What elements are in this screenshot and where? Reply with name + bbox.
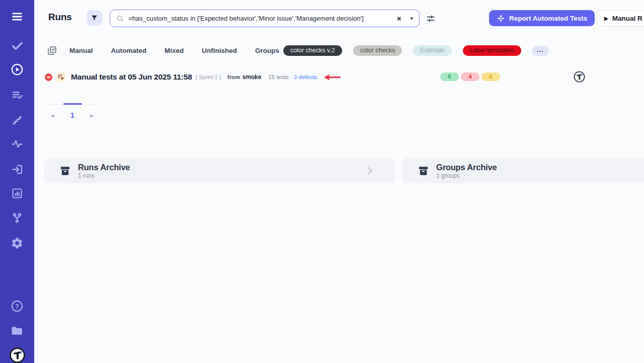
automation-sparkle-icon (497, 14, 505, 23)
passed-count-badge: 5 (440, 72, 459, 81)
run-status-badges: 5 4 6 (440, 72, 500, 81)
run-owner-avatar (574, 71, 585, 83)
manual-run-label: Manual R (612, 15, 642, 22)
clear-search-icon[interactable]: × (397, 15, 401, 22)
tab-mixed[interactable]: Mixed (165, 47, 184, 54)
run-sprint-label: [ Sprint 1 ] (196, 74, 221, 80)
misspelled-word: behavior (229, 15, 255, 22)
tab-unfinished[interactable]: Unfinished (202, 47, 237, 54)
import-icon[interactable] (0, 163, 34, 176)
stopped-status-icon (44, 73, 53, 82)
funnel-icon (91, 14, 98, 22)
search-icon (116, 15, 124, 23)
archive-card-title: Runs Archive (78, 163, 130, 172)
tab-automated[interactable]: Automated (111, 47, 147, 54)
menu-icon[interactable] (0, 10, 34, 23)
branches-icon[interactable] (0, 212, 34, 224)
tag-pill[interactable]: color checks v.2 (283, 45, 342, 56)
other-count-badge: 6 (481, 72, 500, 81)
archive-card-subtitle: 1 runs (78, 172, 130, 179)
pagination-prev-button[interactable]: « (51, 112, 55, 119)
app-logo[interactable] (0, 347, 34, 363)
search-query: =has_custom_status in ['Expected behavio… (128, 15, 364, 22)
help-icon[interactable]: ? (0, 300, 34, 313)
filter-button[interactable] (87, 10, 102, 26)
tests-check-icon[interactable] (0, 39, 34, 52)
run-type-tabs: Manual Automated Mixed Unfinished Groups (69, 47, 279, 54)
chevron-right-icon[interactable] (364, 165, 375, 178)
test-plans-list-icon[interactable] (0, 89, 34, 101)
tag-pill[interactable]: color checks (353, 45, 402, 56)
play-triangle-icon: ▶ (604, 16, 608, 21)
activity-pulse-icon[interactable] (0, 138, 34, 150)
run-title-link[interactable]: Manual tests at 05 Jun 2025 11:58 (71, 72, 192, 82)
archive-card-title: Groups Archive (436, 163, 497, 172)
runs-archive-card[interactable]: Runs Archive 1 runs (44, 158, 395, 183)
run-defects-link[interactable]: 3 defects (294, 74, 317, 80)
annotation-arrow-left-icon (323, 74, 342, 81)
tab-manual[interactable]: Manual (69, 47, 93, 54)
failed-count-badge: 4 (461, 72, 479, 81)
groups-archive-card[interactable]: Groups Archive 1 groups (403, 158, 644, 183)
pagination-next-button[interactable]: » (90, 112, 93, 119)
run-from-label: from (227, 74, 240, 80)
run-tests-count: 15 tests (268, 74, 288, 80)
tag-pill[interactable]: Label templates (463, 45, 521, 56)
manual-run-button[interactable]: ▶ Manual R (597, 10, 644, 26)
pagination-active-indicator (63, 103, 82, 105)
search-settings-icon[interactable] (425, 13, 437, 25)
runs-play-icon[interactable] (0, 63, 34, 76)
settings-gear-icon[interactable] (0, 237, 34, 250)
tag-pill[interactable]: Estimate (413, 45, 452, 56)
archive-box-icon (418, 165, 429, 177)
search-input[interactable]: =has_custom_status in ['Expected behavio… (110, 10, 420, 27)
run-source-link[interactable]: smoke (242, 74, 261, 81)
tab-groups[interactable]: Groups (255, 47, 279, 54)
sidebar: ? (0, 0, 34, 363)
manual-run-type-icon (56, 72, 66, 82)
page-title: Runs (48, 12, 72, 23)
run-row[interactable]: Manual tests at 05 Jun 2025 11:58 [ Spri… (44, 69, 342, 85)
projects-folder-icon[interactable] (0, 324, 34, 337)
search-dropdown-caret-icon[interactable]: ▾ (410, 16, 413, 21)
archive-card-subtitle: 1 groups (436, 172, 497, 179)
analytics-chart-icon[interactable] (0, 187, 34, 199)
tags-more-button[interactable]: ... (532, 46, 548, 56)
archive-box-icon (59, 165, 71, 177)
pagination-page-1[interactable]: 1 (70, 111, 74, 119)
report-automated-tests-label: Report Automated Tests (509, 15, 587, 22)
milestones-steps-icon[interactable] (0, 114, 34, 126)
report-automated-tests-button[interactable]: Report Automated Tests (489, 10, 595, 26)
help-glyph: ? (15, 303, 19, 310)
tag-filters: color checks v.2 color checks Estimate L… (283, 45, 548, 56)
select-all-icon[interactable] (47, 45, 57, 58)
